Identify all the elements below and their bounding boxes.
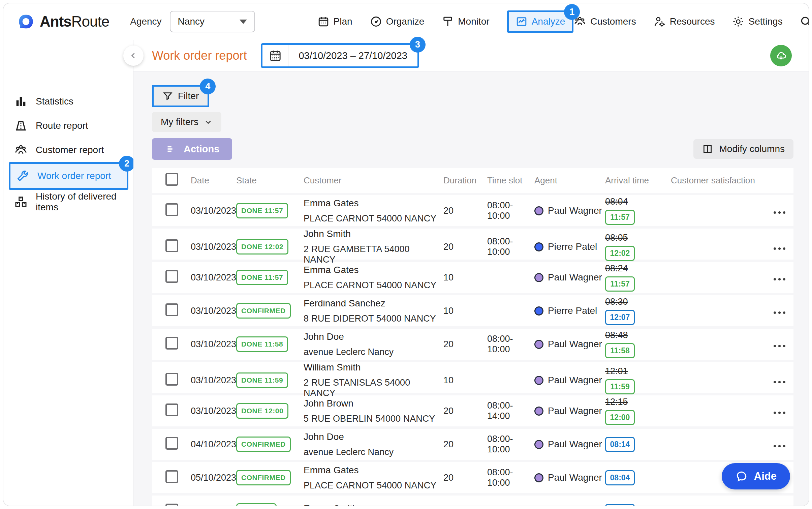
brand-name: AntsRoute xyxy=(40,13,109,30)
customer-address: PLACE CARNOT 54000 NANCY xyxy=(304,480,443,491)
row-checkbox[interactable] xyxy=(165,437,178,450)
cell-arrival-time: 08:14 xyxy=(605,429,671,460)
agent-name: Paul Wagner xyxy=(548,272,602,283)
row-menu-button[interactable] xyxy=(774,278,785,280)
column-header-time-slot[interactable]: Time slot xyxy=(487,175,534,186)
row-checkbox[interactable] xyxy=(165,270,178,283)
road-icon xyxy=(14,119,28,132)
row-checkbox[interactable] xyxy=(165,373,178,386)
tab-organize[interactable]: Organize xyxy=(370,16,425,28)
filter-button[interactable]: Filter xyxy=(154,87,208,106)
column-header-customer[interactable]: Customer xyxy=(304,175,443,186)
cell-time-slot: 08:00-10:00 xyxy=(487,200,534,221)
arrival-time-badge: 11:59 xyxy=(605,379,635,394)
sidebar-item-statistics[interactable]: Statistics xyxy=(3,89,133,114)
row-menu-button[interactable] xyxy=(774,311,785,314)
agency-value: Nancy xyxy=(178,16,205,27)
customer-name: Emma Smith xyxy=(304,503,443,506)
customer-address: PLACE CARNOT 54000 NANCY xyxy=(304,213,443,224)
cell-customer: John Brown 5 RUE OBERLIN 54000 NANCY xyxy=(304,395,443,426)
row-menu-button[interactable] xyxy=(774,412,785,414)
nav-settings[interactable]: Settings xyxy=(732,15,783,28)
column-header-duration[interactable]: Duration xyxy=(443,175,487,186)
row-checkbox[interactable] xyxy=(165,337,178,350)
collapse-sidebar-button[interactable] xyxy=(123,46,144,66)
chart-icon xyxy=(516,16,528,28)
customer-address: PLACE CARNOT 54000 NANCY xyxy=(304,280,443,291)
cell-time-slot: 08:00-10:00 xyxy=(487,334,534,355)
customer-name: John Smith xyxy=(304,229,443,239)
arrival-time-badge: 08:04 xyxy=(605,470,635,485)
actions-button[interactable]: Actions xyxy=(152,138,232,160)
brand-logo[interactable]: AntsRoute xyxy=(17,12,109,31)
export-button[interactable] xyxy=(770,45,792,66)
bar-chart-icon xyxy=(14,95,28,108)
row-menu-button[interactable] xyxy=(774,445,785,447)
row-menu-button[interactable] xyxy=(774,247,785,250)
row-menu-button[interactable] xyxy=(774,211,785,214)
planned-time-strikethrough: 08:24 xyxy=(605,263,628,274)
help-button[interactable]: Aide xyxy=(722,463,790,489)
cell-time-slot: 08:00-10:00 xyxy=(487,434,534,455)
antsroute-logo-icon xyxy=(17,12,35,31)
cell-customer: Emma Gates PLACE CARNOT 54000 NANCY xyxy=(304,462,443,493)
column-header-customer-satisfaction[interactable]: Customer satisfaction xyxy=(671,175,774,186)
table-row: 03/10/2023 DONE 11:58 John Doe avenue Le… xyxy=(152,329,793,360)
agent-color-dot xyxy=(534,242,543,251)
cell-duration: 20 xyxy=(443,439,487,450)
annotation-badge-4: 4 xyxy=(200,79,216,94)
select-all-checkbox[interactable] xyxy=(165,173,178,186)
customer-name: William Smith xyxy=(304,362,443,373)
column-header-agent[interactable]: Agent xyxy=(534,175,605,186)
nav-customers[interactable]: Customers xyxy=(573,15,636,28)
row-menu-button[interactable] xyxy=(774,345,785,347)
status-badge: DONE 12:02 xyxy=(236,239,288,254)
row-checkbox[interactable] xyxy=(165,403,178,416)
status-badge: DONE 11:59 xyxy=(236,372,288,388)
sidebar-item-history-delivered-items[interactable]: History of delivered items xyxy=(3,190,133,214)
cell-duration: 20 xyxy=(443,206,487,216)
search-button[interactable] xyxy=(800,15,809,28)
cell-customer: John Doe avenue Leclerc Nancy xyxy=(304,429,443,460)
top-bar: AntsRoute Agency Nancy Plan Organiz xyxy=(3,3,809,40)
my-filters-dropdown[interactable]: My filters xyxy=(152,112,221,132)
cell-arrival-time: 08:04 xyxy=(605,462,671,493)
row-checkbox[interactable] xyxy=(165,303,178,316)
cell-arrival-time: 12:15 12:00 xyxy=(605,395,671,426)
date-range-picker[interactable]: 03/10/2023 – 27/10/2023 3 xyxy=(261,43,419,68)
customer-address: 8 RUE DIDEROT 54000 NANCY xyxy=(304,313,443,324)
people-icon xyxy=(14,143,28,157)
row-checkbox[interactable] xyxy=(165,239,178,252)
row-menu-button[interactable] xyxy=(774,381,785,383)
table-row: 05/10/2023 CONFIRMED Emma Gates PLACE CA… xyxy=(152,462,793,493)
cell-date: 03/10/2023 xyxy=(191,206,236,216)
cell-time-slot: 08:00-14:00 xyxy=(487,400,534,421)
agency-select[interactable]: Nancy xyxy=(170,11,255,32)
cell-agent: Paul Wagner xyxy=(534,406,605,416)
nav-resources[interactable]: Resources xyxy=(653,15,715,28)
column-header-arrival-time[interactable]: Arrival time xyxy=(605,175,671,186)
agent-name: Pierre Patel xyxy=(548,305,597,316)
customer-name: Emma Gates xyxy=(304,465,443,476)
customer-address: avenue Leclerc Nancy xyxy=(304,347,443,357)
column-header-state[interactable]: State xyxy=(236,175,304,186)
table-header: Date State Customer Duration Time slot A… xyxy=(152,168,793,193)
gauge-icon xyxy=(370,16,382,28)
cell-arrival-time: 08:05 12:02 xyxy=(605,229,671,265)
person-gear-icon xyxy=(653,15,666,28)
tab-monitor[interactable]: Monitor xyxy=(442,16,489,28)
row-checkbox[interactable] xyxy=(165,504,178,506)
funnel-icon xyxy=(162,91,173,101)
sidebar-item-work-order-report[interactable]: Work order report 2 xyxy=(9,162,128,190)
column-header-date[interactable]: Date xyxy=(191,175,236,186)
sidebar-item-customer-report[interactable]: Customer report xyxy=(3,138,133,162)
row-checkbox[interactable] xyxy=(165,470,178,483)
tab-analyze[interactable]: Analyze 1 xyxy=(507,10,574,33)
modify-columns-button[interactable]: Modify columns xyxy=(693,139,793,159)
cell-arrival-time xyxy=(605,496,671,506)
tab-plan[interactable]: Plan xyxy=(317,16,352,28)
chevron-down-icon xyxy=(240,20,247,24)
sidebar-item-route-report[interactable]: Route report xyxy=(3,114,133,138)
row-checkbox[interactable] xyxy=(165,203,178,216)
agent-name: Paul Wagner xyxy=(548,375,602,386)
